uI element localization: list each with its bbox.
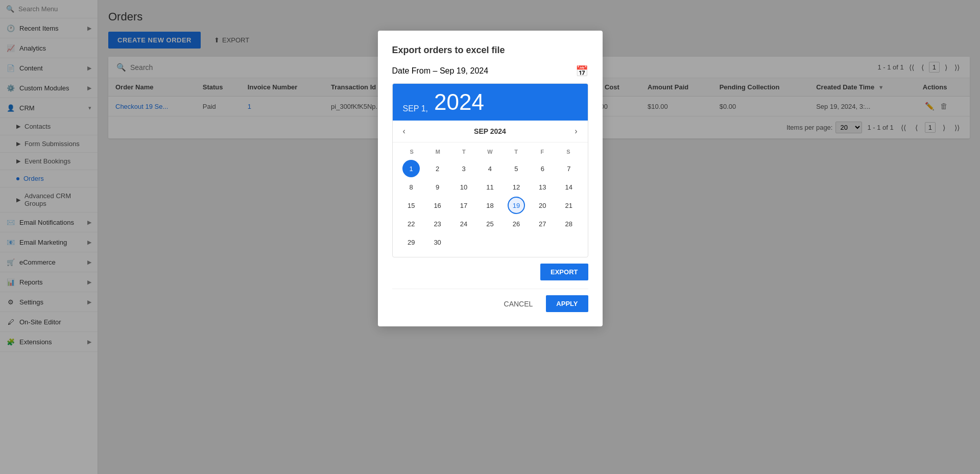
- calendar-day[interactable]: 5: [508, 160, 525, 177]
- calendar-day[interactable]: 23: [429, 215, 446, 232]
- export-modal: Export orders to excel file Date From – …: [378, 31, 603, 326]
- date-from-row: Date From – Sep 19, 2024 📅: [392, 65, 588, 77]
- calendar-day[interactable]: 25: [481, 215, 498, 232]
- day-header: M: [425, 147, 451, 157]
- calendar-day[interactable]: 14: [560, 178, 578, 196]
- calendar-day[interactable]: 10: [455, 178, 472, 196]
- calendar-day[interactable]: 7: [560, 160, 578, 177]
- apply-button[interactable]: APPLY: [546, 295, 588, 312]
- cancel-button[interactable]: CANCEL: [497, 295, 540, 312]
- calendar-grid: SMTWTFS 12345678910111213141516171819202…: [393, 143, 588, 257]
- calendar-year-header: SEP 1, 2024: [393, 84, 588, 121]
- day-header: F: [529, 147, 555, 157]
- calendar-day[interactable]: 2: [429, 160, 446, 177]
- calendar-day[interactable]: 11: [481, 178, 498, 196]
- day-header: T: [451, 147, 477, 157]
- calendar-day[interactable]: 12: [508, 178, 525, 196]
- calendar-day[interactable]: 19: [508, 197, 525, 214]
- next-month-button[interactable]: ›: [571, 126, 580, 137]
- day-header: T: [503, 147, 529, 157]
- calendar-day[interactable]: 16: [429, 197, 446, 214]
- calendar-nav: ‹ SEP 2024 ›: [393, 121, 588, 143]
- calendar-day[interactable]: 18: [481, 197, 498, 214]
- calendar-day[interactable]: 27: [534, 215, 551, 232]
- modal-title: Export orders to excel file: [392, 45, 588, 56]
- calendar-day[interactable]: 15: [402, 197, 420, 214]
- calendar-day[interactable]: 22: [402, 215, 420, 232]
- calendar-day[interactable]: 30: [429, 233, 446, 251]
- calendar-day[interactable]: 9: [429, 178, 446, 196]
- calendar-day[interactable]: 26: [508, 215, 525, 232]
- calendar-month-label: SEP 2024: [474, 127, 506, 135]
- day-header: S: [399, 147, 425, 157]
- calendar: SEP 1, 2024 ‹ SEP 2024 › SMTWTFS 1234567…: [392, 83, 588, 257]
- calendar-day[interactable]: 17: [455, 197, 472, 214]
- calendar-day[interactable]: 6: [534, 160, 551, 177]
- modal-export-button[interactable]: EXPORT: [540, 264, 588, 280]
- calendar-month-small: SEP 1,: [403, 104, 428, 113]
- calendar-day[interactable]: 24: [455, 215, 472, 232]
- calendar-day[interactable]: 20: [534, 197, 551, 214]
- calendar-day[interactable]: 3: [455, 160, 472, 177]
- calendar-day[interactable]: 29: [402, 233, 420, 251]
- day-header: W: [477, 147, 503, 157]
- modal-export-row: EXPORT: [392, 264, 588, 280]
- calendar-day[interactable]: 1: [402, 160, 420, 177]
- prev-month-button[interactable]: ‹: [400, 126, 409, 137]
- calendar-day[interactable]: 28: [560, 215, 578, 232]
- modal-footer: CANCEL APPLY: [392, 289, 588, 312]
- calendar-day[interactable]: 4: [481, 160, 498, 177]
- calendar-day[interactable]: 13: [534, 178, 551, 196]
- calendar-toggle-button[interactable]: 📅: [576, 65, 588, 77]
- calendar-day-headers: SMTWTFS: [399, 147, 582, 157]
- calendar-day[interactable]: 21: [560, 197, 578, 214]
- calendar-days: 1234567891011121314151617181920212223242…: [399, 160, 582, 251]
- calendar-icon: 📅: [576, 65, 588, 77]
- calendar-year-big: 2024: [434, 91, 484, 113]
- day-header: S: [555, 147, 581, 157]
- calendar-day[interactable]: 8: [402, 178, 420, 196]
- modal-overlay[interactable]: Export orders to excel file Date From – …: [0, 0, 980, 474]
- date-from-label: Date From – Sep 19, 2024: [392, 66, 489, 76]
